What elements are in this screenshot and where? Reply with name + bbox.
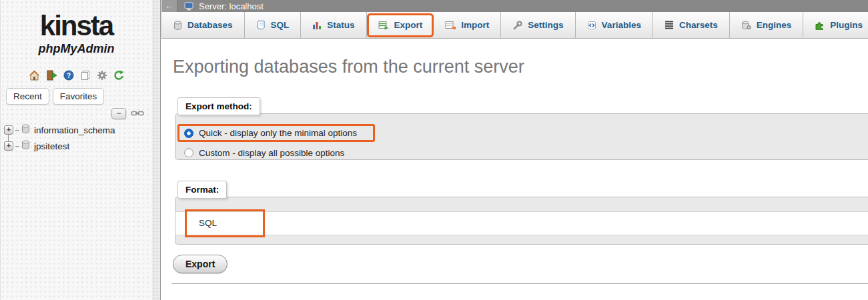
quick-radio-label[interactable]: Quick - display only the minimal options bbox=[199, 128, 357, 138]
custom-option-row: Custom - display all possible options bbox=[184, 145, 344, 160]
format-select-highlight bbox=[185, 209, 265, 237]
database-icon bbox=[21, 140, 30, 152]
documentation-icon[interactable] bbox=[80, 70, 91, 81]
link-icon[interactable] bbox=[131, 107, 144, 119]
expand-icon[interactable]: + bbox=[4, 141, 13, 151]
footer-divider bbox=[171, 283, 868, 284]
back-button[interactable]: ← bbox=[161, 0, 177, 12]
svg-text:?: ? bbox=[67, 72, 71, 79]
tab-sql[interactable]: SQL bbox=[245, 12, 302, 38]
databases-icon bbox=[173, 21, 182, 30]
tab-settings[interactable]: Settings bbox=[501, 12, 575, 38]
custom-radio-label[interactable]: Custom - display all possible options bbox=[199, 148, 344, 158]
tab-bar: Databases SQL bbox=[161, 12, 868, 39]
breadcrumb: Server: localhost bbox=[199, 1, 264, 11]
help-icon[interactable]: ? bbox=[63, 70, 74, 81]
phpmyadmin-window: kinsta phpMyAdmin ? bbox=[0, 0, 868, 300]
main-panel: ← Server: localhost Databases bbox=[161, 0, 868, 300]
collapse-all-button[interactable]: − bbox=[111, 108, 126, 119]
export-page: Exporting databases from the current ser… bbox=[161, 39, 868, 300]
quick-radio[interactable] bbox=[184, 129, 193, 138]
tab-variables[interactable]: Variables bbox=[576, 12, 653, 38]
expand-icon[interactable]: + bbox=[4, 125, 13, 135]
database-icon bbox=[21, 124, 30, 136]
tree-controls: − bbox=[111, 107, 144, 119]
refresh-icon[interactable] bbox=[113, 70, 124, 81]
tab-export[interactable]: Export bbox=[367, 13, 434, 37]
format-select[interactable]: SQL bbox=[175, 211, 868, 235]
tab-engines[interactable]: Engines bbox=[730, 12, 804, 38]
tab-import[interactable]: Import bbox=[434, 12, 501, 38]
logout-icon[interactable] bbox=[46, 70, 57, 81]
sidebar: kinsta phpMyAdmin ? bbox=[0, 0, 152, 300]
tree-item-label[interactable]: information_schema bbox=[34, 125, 115, 135]
phpmyadmin-logo-text: phpMyAdmin bbox=[1, 42, 152, 56]
tab-databases[interactable]: Databases bbox=[161, 12, 245, 38]
charsets-icon bbox=[665, 21, 674, 29]
kinsta-logo: kinsta bbox=[1, 12, 152, 40]
sidebar-nav-icons: ? bbox=[1, 70, 152, 81]
database-tree: + information_schema + bbox=[4, 122, 152, 154]
tree-item-label[interactable]: jpsitetest bbox=[34, 141, 69, 151]
sql-icon bbox=[256, 20, 266, 30]
export-method-legend: Export method: bbox=[177, 97, 260, 115]
panel-resize-handle[interactable] bbox=[152, 0, 161, 300]
export-icon bbox=[378, 21, 389, 30]
quick-option-highlight: Quick - display only the minimal options bbox=[177, 124, 375, 142]
page-title: Exporting databases from the current ser… bbox=[173, 57, 524, 77]
tab-plugins[interactable]: Plugins bbox=[803, 12, 868, 38]
tree-dash bbox=[15, 130, 19, 131]
tree-row-jpsitetest: + jpsitetest bbox=[4, 138, 152, 154]
wrench-icon bbox=[512, 21, 522, 30]
import-icon bbox=[445, 21, 456, 30]
sidebar-quick-access: Recent Favorites bbox=[6, 88, 104, 105]
plugins-icon bbox=[815, 21, 825, 30]
gear-icon[interactable] bbox=[97, 70, 107, 81]
home-icon[interactable] bbox=[29, 70, 40, 81]
format-legend: Format: bbox=[177, 181, 227, 199]
status-icon bbox=[312, 21, 322, 30]
favorites-button[interactable]: Favorites bbox=[53, 88, 105, 105]
server-breadcrumb-bar: ← Server: localhost bbox=[161, 0, 868, 12]
tab-status[interactable]: Status bbox=[301, 12, 366, 38]
tree-dash bbox=[15, 146, 19, 147]
variables-icon bbox=[587, 21, 596, 30]
recent-button[interactable]: Recent bbox=[6, 88, 49, 105]
tab-charsets[interactable]: Charsets bbox=[653, 12, 730, 38]
custom-radio[interactable] bbox=[184, 148, 193, 157]
engines-icon bbox=[741, 21, 751, 30]
format-fieldset: SQL bbox=[175, 197, 868, 245]
server-icon bbox=[184, 2, 194, 11]
tree-row-information-schema: + information_schema bbox=[4, 122, 152, 138]
export-button[interactable]: Export bbox=[173, 255, 228, 273]
